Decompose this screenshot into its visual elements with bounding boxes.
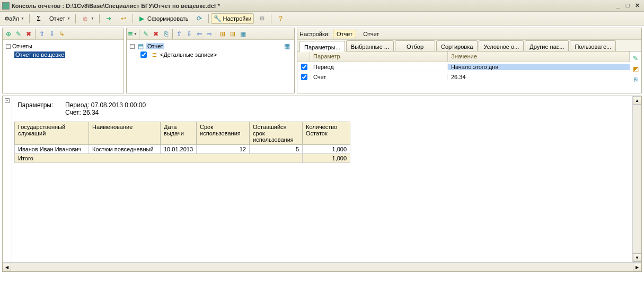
total-value: 1,000 [303,154,350,163]
add-button[interactable]: ⊕ [4,29,13,39]
delete-button[interactable]: ✖ [24,29,33,39]
form-label: Сформировать [147,15,189,22]
side-edit-button[interactable]: ✎ [631,54,640,63]
horizontal-scrollbar[interactable]: ◀ ▶ [3,262,641,271]
structure-tree[interactable]: − ▤ Отчет ▦ ☰ <Детальные записи> [127,40,294,93]
col-name: Наименование [89,122,161,145]
detail-icon: ☰ [150,50,158,59]
tab-selected[interactable]: Выбранные ... [346,40,394,51]
col-term: Срок использования [197,122,250,145]
tab-sort[interactable]: Сортировка [436,40,478,51]
total-label: Итого [15,154,303,163]
mode-report-1[interactable]: Отчет [333,30,356,38]
wrench-icon: 🔧 [214,14,222,23]
move-out-button[interactable]: ↳ [57,29,67,39]
tab-cond[interactable]: Условное о... [479,40,524,51]
scroll-down-button[interactable]: ▼ [633,253,641,262]
tree-root-reports[interactable]: − Отчеты [6,42,120,50]
period-checkbox[interactable] [301,64,307,70]
sigma-button[interactable]: Σ [32,13,46,24]
file-menu[interactable]: Файл▼ [2,13,27,24]
rpt-account-line: Счет: 26.34 [65,109,99,116]
import-button[interactable]: ↩ [117,13,130,24]
cell-term: 12 [197,145,250,154]
struct-detail-label: <Детальные записи> [160,52,217,58]
add-group-button[interactable]: ≣▼ [128,29,137,39]
export-button[interactable]: ➜ [102,13,116,24]
mode-report-2[interactable]: Отчет [359,30,383,38]
copy-struct-button[interactable]: ⎘ [161,29,171,39]
move-down-button[interactable]: ⇩ [47,29,57,39]
account-checkbox[interactable] [301,74,307,80]
edit-struct-button[interactable]: ✎ [141,29,151,39]
tab-params-label: Параметры... [304,44,340,50]
struct-root[interactable]: − ▤ Отчет ▦ [130,42,291,50]
collapse-icon[interactable]: − [6,44,11,49]
outline-column: − [3,96,12,271]
side-copy-button[interactable]: ⎘ [631,75,640,84]
param-value-account[interactable]: 26.34 [448,74,630,80]
tab-params[interactable]: Параметры... [299,41,345,52]
collapse-icon[interactable]: − [130,44,135,49]
tab-filter[interactable]: Отбор [395,40,435,51]
scroll-left-button[interactable]: ◀ [3,263,11,271]
struct-icon-3: ▦ [239,30,247,38]
tab-user-label: Пользовате... [575,44,611,50]
struct-up-button[interactable]: ⇧ [174,29,184,39]
mode-label-2: Отчет [363,31,379,37]
window-title: Консоль отчетов : D:\1Cv8\Base\Специалис… [12,3,613,9]
report-table-row[interactable]: Иванов Иван Иванович Костюм повседневный… [15,145,350,154]
hscroll-track[interactable] [11,263,633,271]
report-menu[interactable]: Отчет▼ [47,13,73,24]
tab-other-label: Другие нас... [530,44,564,50]
struct-down-button[interactable]: ⇩ [184,29,194,39]
move-up-button[interactable]: ⇧ [37,29,47,39]
delete-struct-button[interactable]: ✖ [151,29,161,39]
struct-btn-3[interactable]: ▦ [238,29,248,39]
play-icon: ▶ [138,14,146,23]
close-button[interactable]: ✕ [632,2,642,10]
settings-button[interactable]: 🔧Настройки [211,13,254,24]
tab-filter-label: Отбор [407,44,424,50]
tab-other[interactable]: Другие нас... [525,40,569,51]
side-custom-button[interactable]: ◩ [631,64,640,74]
maximize-button[interactable]: □ [623,2,632,10]
add-icon: ⊕ [4,30,13,38]
param-value-period[interactable]: Начало этого дня [448,64,630,70]
vertical-scrollbar[interactable]: ▲ ▼ [632,96,641,262]
help-button[interactable]: ? [274,13,287,24]
refresh-button[interactable]: ⟳ [192,13,206,24]
struct-right-button[interactable]: ⇨ [205,29,214,39]
refresh-icon: ⟳ [195,14,204,23]
param-row-account[interactable]: Счет 26.34 [297,72,630,82]
variant-button[interactable]: ⎚▼ [78,13,97,24]
outline-collapse[interactable]: − [5,98,10,103]
minimize-button[interactable]: _ [613,2,623,10]
struct-btn-1[interactable]: ⊞ [218,29,227,39]
struct-btn-2[interactable]: ⊟ [228,29,237,39]
report-label: Отчет [49,15,65,22]
form-button[interactable]: ▶Сформировать [135,13,191,24]
report-header: Параметры: Период: 07.08.2013 0:00:00 Сч… [12,96,641,119]
report-scroll[interactable]: Параметры: Период: 07.08.2013 0:00:00 Сч… [12,96,641,271]
report-table: Государственный служащий Наименование Да… [14,122,350,163]
tab-sort-label: Сортировка [441,44,473,50]
detail-checkbox[interactable] [140,52,147,58]
struct-icon-2: ⊟ [228,30,237,38]
struct-detail[interactable]: ☰ <Детальные записи> [130,50,291,59]
sigma-icon: Σ [34,14,43,23]
scroll-up-button[interactable]: ▲ [633,96,641,105]
struct-left-button[interactable]: ⇦ [195,29,204,39]
tab-cond-label: Условное о... [483,44,519,50]
tree-item-report[interactable]: Отчет по вещевке [6,50,120,59]
columns-icon[interactable]: ▦ [283,42,291,50]
scroll-right-button[interactable]: ▶ [633,263,641,271]
params-grid-wrap: Параметр Значение Период Начало этого дн… [297,52,641,93]
reports-tree[interactable]: − Отчеты Отчет по вещевке [3,40,123,93]
options-button[interactable]: ⚙ [255,13,269,24]
tab-user[interactable]: Пользовате... [570,40,616,51]
params-header: Параметр Значение [297,52,630,62]
edit-button[interactable]: ✎ [14,29,23,39]
param-row-period[interactable]: Период Начало этого дня [297,62,630,72]
col-employee: Государственный служащий [15,122,89,145]
